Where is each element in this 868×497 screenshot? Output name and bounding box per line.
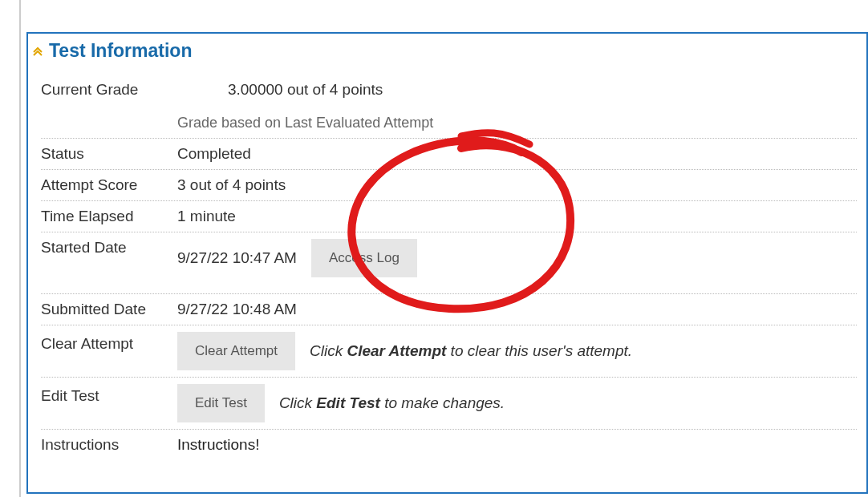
- row-current-grade: Current Grade 3.00000 out of 4 points Gr…: [41, 75, 857, 139]
- row-time-elapsed: Time Elapsed 1 minute: [41, 201, 857, 232]
- panel-header: Test Information: [28, 34, 866, 67]
- hint-edit-prefix: Click: [279, 394, 316, 411]
- row-started-date: Started Date 9/27/22 10:47 AM Access Log: [41, 232, 857, 294]
- hint-edit-bold: Edit Test: [316, 394, 380, 411]
- label-clear-attempt: Clear Attempt: [41, 332, 177, 353]
- row-instructions: Instructions Instructions!: [41, 430, 857, 460]
- value-instructions: Instructions!: [177, 436, 259, 454]
- access-log-button[interactable]: Access Log: [311, 239, 417, 277]
- edit-test-button[interactable]: Edit Test: [177, 384, 265, 422]
- panel-content: Current Grade 3.00000 out of 4 points Gr…: [28, 67, 866, 492]
- row-edit-test: Edit Test Edit Test Click Edit Test to m…: [41, 378, 857, 430]
- value-attempt-score: 3 out of 4 points: [177, 176, 286, 194]
- label-started-date: Started Date: [41, 239, 177, 257]
- left-border: [19, 0, 21, 497]
- value-submitted-date: 9/27/22 10:48 AM: [177, 301, 297, 318]
- label-status: Status: [41, 145, 177, 163]
- hint-edit-suffix: to make changes.: [380, 394, 505, 411]
- row-status: Status Completed: [41, 139, 857, 170]
- row-attempt-score: Attempt Score 3 out of 4 points: [41, 170, 857, 201]
- value-started-date: 9/27/22 10:47 AM: [177, 249, 297, 267]
- hint-clear-suffix: to clear this user's attempt.: [446, 342, 632, 359]
- value-time-elapsed: 1 minute: [177, 208, 236, 225]
- label-instructions: Instructions: [41, 436, 177, 454]
- clear-attempt-button[interactable]: Clear Attempt: [177, 332, 295, 370]
- value-current-grade: 3.00000 out of 4 points: [228, 81, 383, 99]
- label-edit-test: Edit Test: [41, 384, 177, 405]
- subtext-current-grade: Grade based on Last Evaluated Attempt: [177, 115, 433, 131]
- collapse-icon[interactable]: [31, 45, 44, 58]
- label-current-grade: Current Grade: [41, 81, 177, 99]
- hint-edit-test: Click Edit Test to make changes.: [279, 394, 505, 412]
- test-information-panel: Test Information Current Grade 3.00000 o…: [26, 32, 868, 494]
- value-status: Completed: [177, 145, 251, 163]
- hint-clear-attempt: Click Clear Attempt to clear this user's…: [310, 342, 632, 360]
- label-time-elapsed: Time Elapsed: [41, 208, 177, 225]
- hint-clear-prefix: Click: [310, 342, 347, 359]
- label-attempt-score: Attempt Score: [41, 176, 177, 194]
- row-clear-attempt: Clear Attempt Clear Attempt Click Clear …: [41, 325, 857, 378]
- panel-title: Test Information: [49, 40, 192, 62]
- hint-clear-bold: Clear Attempt: [347, 342, 446, 359]
- label-submitted-date: Submitted Date: [41, 301, 177, 318]
- row-submitted-date: Submitted Date 9/27/22 10:48 AM: [41, 294, 857, 325]
